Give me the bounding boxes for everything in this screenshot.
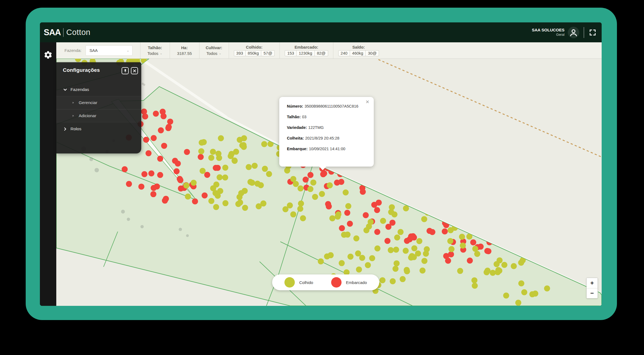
harvest-dot-embarcado[interactable] [202, 193, 208, 199]
harvest-dot-colhido[interactable] [474, 251, 480, 257]
harvest-dot-colhido[interactable] [529, 291, 535, 297]
harvest-dot-colhido[interactable] [329, 215, 335, 221]
harvest-dot-colhido[interactable] [339, 260, 345, 266]
harvest-dot-embarcado[interactable] [153, 111, 159, 117]
harvest-dot-embarcado[interactable] [192, 198, 198, 204]
harvest-dot-embarcado[interactable] [467, 258, 473, 264]
harvest-dot-colhido[interactable] [222, 200, 228, 206]
harvest-dot-colhido[interactable] [369, 255, 375, 261]
harvest-dot-colhido[interactable] [215, 193, 221, 199]
harvest-dot-colhido[interactable] [252, 163, 258, 169]
harvest-dot-colhido[interactable] [256, 203, 262, 209]
harvest-dot-embarcado[interactable] [448, 251, 454, 257]
stat-select[interactable]: Todos⌄ [148, 51, 163, 56]
harvest-dot-colhido[interactable] [248, 179, 254, 185]
harvest-dot-colhido[interactable] [336, 211, 342, 217]
harvest-dot-colhido[interactable] [307, 186, 313, 192]
harvest-dot-colhido[interactable] [404, 268, 410, 274]
popup-close-icon[interactable]: ✕ [364, 99, 370, 105]
harvest-dot-embarcado[interactable] [384, 238, 390, 244]
harvest-dot-embarcado[interactable] [303, 177, 309, 183]
harvest-dot-colhido[interactable] [503, 292, 509, 298]
harvest-dot-colhido[interactable] [457, 268, 463, 274]
harvest-dot-colhido[interactable] [237, 137, 243, 143]
harvest-dot-colhido[interactable] [359, 255, 365, 261]
harvest-dot-colhido[interactable] [298, 185, 304, 191]
harvest-dot-colhido[interactable] [217, 174, 223, 180]
harvest-dot-colhido[interactable] [266, 171, 272, 177]
harvest-dot-embarcado[interactable] [163, 196, 169, 202]
harvest-dot-colhido[interactable] [403, 248, 409, 254]
harvest-dot-colhido[interactable] [297, 206, 303, 212]
harvest-dot-embarcado[interactable] [470, 239, 476, 245]
harvest-dot-colhido[interactable] [380, 277, 386, 283]
harvest-dot-colhido[interactable] [394, 260, 400, 266]
harvest-dot-colhido[interactable] [355, 250, 361, 256]
harvest-dot-colhido[interactable] [208, 155, 214, 161]
harvest-dot-colhido[interactable] [496, 268, 502, 274]
harvest-dot-embarcado[interactable] [161, 143, 167, 149]
harvest-dot-embarcado[interactable] [126, 181, 132, 187]
harvest-dot-embarcado[interactable] [177, 177, 183, 183]
harvest-dot-colhido[interactable] [218, 135, 224, 141]
settings-gear-icon[interactable] [40, 47, 56, 63]
harvest-dot-colhido[interactable] [518, 280, 524, 286]
harvest-dot-colhido[interactable] [389, 204, 395, 210]
harvest-dot-embarcado[interactable] [142, 171, 148, 177]
harvest-dot-colhido[interactable] [262, 166, 268, 172]
harvest-dot-colhido[interactable] [185, 194, 191, 200]
harvest-dot-colhido[interactable] [484, 268, 490, 274]
harvest-dot-colhido[interactable] [501, 262, 507, 268]
harvest-dot-colhido[interactable] [233, 149, 239, 155]
harvest-dot-colhido[interactable] [353, 235, 359, 241]
harvest-dot-colhido[interactable] [310, 179, 316, 185]
harvest-dot-embarcado[interactable] [486, 248, 492, 254]
harvest-dot-embarcado[interactable] [410, 233, 416, 239]
harvest-dot-colhido[interactable] [403, 205, 409, 211]
harvest-dot-colhido[interactable] [210, 149, 216, 155]
harvest-dot-colhido[interactable] [515, 300, 521, 306]
harvest-dot-embarcado[interactable] [122, 166, 128, 172]
zoom-out-button[interactable]: − [587, 288, 598, 298]
harvest-dot-embarcado[interactable] [158, 127, 164, 133]
harvest-dot-embarcado[interactable] [174, 168, 180, 174]
harvest-dot-colhido[interactable] [390, 278, 396, 284]
harvest-dot-colhido[interactable] [423, 251, 429, 257]
harvest-dot-colhido[interactable] [261, 141, 267, 147]
harvest-dot-colhido[interactable] [421, 216, 427, 222]
harvest-dot-embarcado[interactable] [204, 172, 210, 178]
harvest-dot-colhido[interactable] [222, 165, 228, 171]
harvest-dot-embarcado[interactable] [339, 225, 345, 231]
harvest-dot-colhido[interactable] [411, 254, 417, 260]
harvest-dot-colhido[interactable] [421, 258, 427, 264]
harvest-dot-colhido[interactable] [237, 200, 243, 206]
harvest-dot-embarcado[interactable] [442, 229, 448, 235]
harvest-dot-embarcado[interactable] [151, 185, 157, 191]
harvest-dot-colhido[interactable] [198, 148, 204, 154]
harvest-dot-embarcado[interactable] [478, 244, 484, 250]
harvest-dot-embarcado[interactable] [363, 212, 369, 218]
harvest-dot-colhido[interactable] [471, 277, 477, 283]
harvest-dot-embarcado[interactable] [429, 229, 435, 235]
harvest-dot-colhido[interactable] [199, 140, 205, 146]
harvest-dot-colhido[interactable] [213, 182, 219, 188]
harvest-dot-colhido[interactable] [511, 263, 517, 269]
harvest-dot-colhido[interactable] [208, 198, 214, 204]
harvest-dot-embarcado[interactable] [320, 171, 326, 177]
harvest-dot-colhido[interactable] [237, 194, 243, 200]
harvest-dot-colhido[interactable] [363, 227, 369, 233]
harvest-dot-colhido[interactable] [246, 164, 252, 170]
harvest-dot-colhido[interactable] [191, 180, 197, 186]
harvest-dot-colhido[interactable] [365, 262, 371, 268]
harvest-dot-embarcado[interactable] [150, 191, 156, 197]
pin-icon[interactable] [122, 67, 129, 74]
panel-item-gerenciar[interactable]: Gerenciar [56, 96, 141, 109]
harvest-dot-embarcado[interactable] [175, 161, 181, 167]
harvest-dot-colhido[interactable] [284, 167, 290, 173]
harvest-dot-colhido[interactable] [393, 266, 399, 272]
harvest-dot-colhido[interactable] [348, 254, 354, 260]
harvest-dot-colhido[interactable] [393, 247, 399, 253]
zoom-in-button[interactable]: + [587, 278, 598, 288]
close-icon[interactable] [131, 67, 138, 74]
harvest-dot-embarcado[interactable] [138, 184, 144, 190]
